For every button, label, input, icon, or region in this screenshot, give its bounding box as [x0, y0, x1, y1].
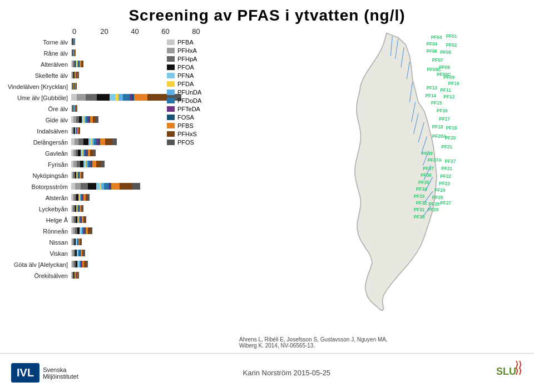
footer: IVL Svenska Miljöinstitutet Karin Norstr…: [0, 353, 534, 392]
bar-track: [71, 272, 239, 280]
bar-track: [71, 161, 239, 168]
bar-segment: [86, 261, 88, 267]
bar-label: Alterälven: [0, 61, 71, 68]
institute-name: Svenska Miljöinstitutet: [43, 366, 78, 380]
bar-track: [71, 194, 239, 202]
legend-item: PFHpA: [167, 56, 239, 62]
bar-label: Öre älv: [0, 106, 71, 112]
main-title: Screening av PFAS i ytvatten (ng/l): [0, 0, 534, 24]
bar-segment: [71, 183, 75, 190]
bar-segment: [75, 183, 81, 190]
svg-text:PF20: PF20: [445, 136, 456, 141]
bar-segment: [110, 94, 115, 101]
bar-label: Indalsälven: [0, 128, 71, 135]
svg-text:PF14: PF14: [425, 93, 436, 98]
bar-row: Helge Å: [0, 215, 239, 225]
svg-text:PF39: PF39: [422, 151, 433, 156]
svg-text:PF09C: PF09C: [427, 67, 442, 72]
svg-text:PF33: PF33: [414, 194, 425, 199]
bar-segment: [111, 183, 120, 190]
bar-row: Göta älv [Alelyckan]: [0, 260, 239, 270]
svg-text:PF32: PF32: [416, 201, 427, 206]
legend: PFBAPFHxAPFHpAPFOAPFNAPFDAPFUnDAPFDoDAPF…: [167, 39, 239, 147]
svg-text:PF21: PF21: [441, 166, 452, 171]
bar-segment: [83, 138, 88, 145]
bar-segment: [71, 94, 77, 101]
bar-row: Alsterån: [0, 193, 239, 203]
bar-label: Delångersån: [0, 139, 71, 146]
bar-segment: [82, 205, 83, 212]
bar-row: Lyckebyån: [0, 204, 239, 214]
bar-segment: [101, 161, 105, 167]
svg-text:PF37: PF37: [423, 166, 434, 171]
footer-date: Karin Norström 2015-05-25: [243, 369, 331, 377]
bar-segment: [75, 38, 75, 45]
bar-segment: [81, 239, 82, 245]
bar-segment: [77, 105, 77, 112]
svg-text:PF27: PF27: [445, 159, 456, 164]
axis-label-0: 0: [72, 27, 89, 36]
bar-segment: [104, 183, 108, 190]
legend-item: PFOA: [167, 64, 239, 71]
svg-text:PF24: PF24: [434, 188, 446, 193]
bar-label: Råne älv: [0, 50, 71, 57]
svg-text:PF36: PF36: [421, 173, 432, 178]
bar-segment: [78, 138, 83, 145]
bar-label: Alsterån: [0, 195, 71, 201]
bar-segment: [118, 94, 123, 101]
svg-text:PF31: PF31: [414, 207, 425, 212]
bar-label: Rönneån: [0, 228, 71, 235]
legend-item: PFBS: [167, 122, 239, 129]
bar-label: Skellefte älv: [0, 72, 71, 79]
bar-label: Botorpsström: [0, 183, 71, 190]
bar-label: Lyckebyån: [0, 206, 71, 212]
svg-text:PF02: PF02: [446, 43, 457, 48]
bar-segment: [112, 138, 117, 145]
bar-segment: [75, 49, 76, 56]
svg-text:PF22: PF22: [440, 174, 451, 179]
svg-text:PF05: PF05: [440, 50, 451, 55]
bar-track: [71, 172, 239, 180]
bar-segment: [78, 272, 78, 279]
bar-segment: [91, 227, 93, 234]
bar-segment: [88, 183, 96, 190]
svg-text:PF25: PF25: [432, 195, 443, 200]
bar-track: [71, 250, 239, 257]
svg-text:PF15: PF15: [431, 101, 442, 106]
legend-item: PFNA: [167, 72, 239, 79]
legend-item: PFOS: [167, 139, 239, 146]
legend-item: PFUnDA: [167, 89, 239, 96]
bar-label: Ume älv [Gubböle]: [0, 95, 71, 101]
bar-segment: [75, 138, 78, 145]
citation: Ahrens L, Ribéli E, Josefsson S, Gustavs…: [239, 336, 395, 349]
bar-segment: [96, 161, 101, 167]
svg-text:PF12: PF12: [444, 95, 455, 100]
bar-segment: [85, 216, 87, 223]
legend-item: PFTeDA: [167, 106, 239, 112]
bar-segment: [147, 94, 167, 101]
svg-text:PF10: PF10: [448, 81, 459, 86]
axis-label-60: 60: [150, 27, 181, 36]
bar-label: Örekilsälven: [0, 272, 71, 279]
svg-text:PF37A: PF37A: [428, 158, 442, 163]
svg-text:PF21: PF21: [441, 145, 452, 150]
svg-text:PF17: PF17: [439, 117, 450, 122]
svg-text:PF18: PF18: [432, 125, 443, 130]
svg-text:PF06: PF06: [426, 49, 437, 54]
bar-segment: [81, 183, 87, 190]
bar-segment: [123, 94, 130, 101]
bar-track: [71, 205, 239, 213]
svg-text:PF07: PF07: [432, 58, 443, 63]
legend-item: FOSA: [167, 114, 239, 121]
bar-track: [71, 183, 239, 191]
bar-segment: [132, 183, 140, 190]
bar-segment: [93, 150, 95, 156]
bar-segment: [76, 83, 77, 90]
slu-logo: SLU: [495, 358, 523, 388]
bar-segment: [88, 194, 90, 201]
legend-item: PFBA: [167, 39, 239, 46]
svg-text:PF13: PF13: [426, 86, 437, 91]
bar-label: Torne älv: [0, 39, 71, 46]
bar-row: Örekilsälven: [0, 271, 239, 281]
svg-text:PF35: PF35: [418, 180, 429, 185]
